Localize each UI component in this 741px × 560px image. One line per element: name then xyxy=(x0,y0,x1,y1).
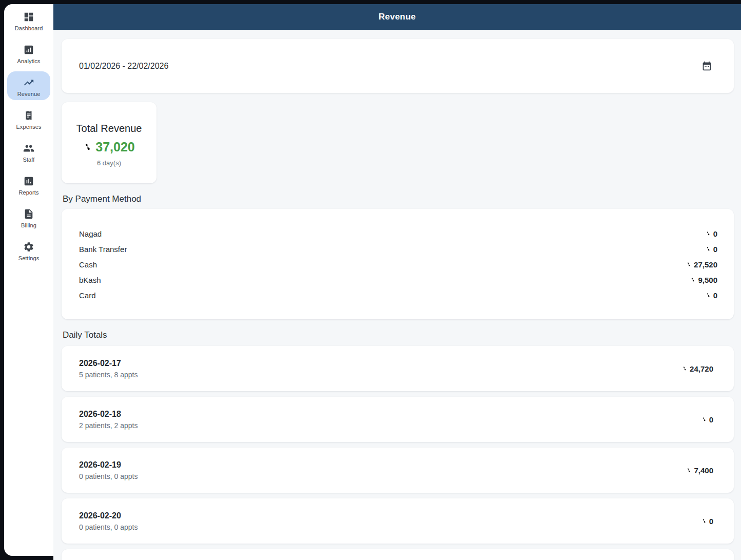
app-header: Revenue xyxy=(53,4,741,30)
daily-total-amount: 0 xyxy=(701,517,713,526)
payment-method-amount: 0 xyxy=(706,291,717,300)
daily-total-date: 2026-02-20 xyxy=(79,511,138,520)
daily-total-row: 2026-02-18 2 patients, 2 appts 0 xyxy=(62,397,734,442)
daily-total-meta: 2 patients, 2 appts xyxy=(79,421,138,430)
payment-method-row: Cash 27,520 xyxy=(79,257,717,272)
daily-total-info: 2026-02-20 0 patients, 0 appts xyxy=(79,511,138,531)
payment-methods-card: Nagad 0 Bank Transfer 0 Cash 27,520 bKas… xyxy=(62,209,734,319)
people-icon xyxy=(23,143,34,154)
sidebar-item-label: Settings xyxy=(18,255,40,261)
payment-method-value: 9,500 xyxy=(698,276,717,284)
daily-total-amount: 24,720 xyxy=(682,364,713,373)
daily-total-info: 2026-02-18 2 patients, 2 appts xyxy=(79,410,138,430)
payment-method-label: Cash xyxy=(79,260,97,269)
daily-total-row: 2026-02-20 0 patients, 0 appts 0 xyxy=(62,498,734,544)
daily-total-meta: 0 patients, 0 appts xyxy=(79,472,138,480)
payment-method-value: 0 xyxy=(713,245,717,254)
total-revenue-value: 37,020 xyxy=(95,140,134,155)
daily-total-value: 24,720 xyxy=(690,364,713,373)
trending-up-icon xyxy=(23,77,34,88)
total-revenue-period: 6 day(s) xyxy=(97,159,121,167)
daily-total-row: 2026-02-17 5 patients, 8 appts 24,720 xyxy=(62,346,734,391)
sidebar-item-reports[interactable]: Reports xyxy=(7,170,50,199)
payment-method-row: bKash 9,500 xyxy=(79,272,717,287)
taka-currency-icon xyxy=(706,230,711,237)
daily-total-date: 2026-02-19 xyxy=(79,460,138,470)
daily-total-value: 0 xyxy=(709,415,713,424)
taka-currency-icon xyxy=(701,517,707,525)
daily-total-row: 2026-02-19 0 patients, 0 appts 7,400 xyxy=(62,448,734,493)
content-scroll-area[interactable]: 01/02/2026 - 22/02/2026 Total Revenue 37… xyxy=(53,30,741,560)
daily-total-amount: 0 xyxy=(701,415,713,424)
total-revenue-amount: 37,020 xyxy=(83,140,134,155)
daily-total-row-partial xyxy=(62,549,734,560)
taka-currency-icon xyxy=(83,142,93,152)
sidebar-item-settings[interactable]: Settings xyxy=(7,236,50,264)
sidebar-item-billing[interactable]: Billing xyxy=(7,203,50,231)
payment-methods-heading: By Payment Method xyxy=(63,194,734,205)
payment-method-amount: 0 xyxy=(706,245,717,254)
payment-method-label: Nagad xyxy=(79,229,102,238)
sidebar: Dashboard Analytics Revenue Expenses Sta… xyxy=(4,4,53,556)
daily-total-date: 2026-02-17 xyxy=(79,359,138,368)
daily-total-date: 2026-02-18 xyxy=(79,410,138,419)
payment-method-amount: 9,500 xyxy=(690,276,717,284)
main-area: Revenue 01/02/2026 - 22/02/2026 Total Re… xyxy=(53,4,741,560)
daily-total-value: 0 xyxy=(709,517,713,526)
taka-currency-icon xyxy=(706,245,711,253)
sidebar-item-label: Staff xyxy=(23,157,35,163)
taka-currency-icon xyxy=(706,292,711,299)
total-revenue-card: Total Revenue 37,020 6 day(s) xyxy=(62,102,157,183)
payment-method-row: Nagad 0 xyxy=(79,226,717,241)
date-range-field[interactable]: 01/02/2026 - 22/02/2026 xyxy=(62,39,734,93)
analytics-icon xyxy=(23,44,34,55)
payment-method-label: Bank Transfer xyxy=(79,245,127,254)
taka-currency-icon xyxy=(686,467,692,474)
bar-chart-icon xyxy=(23,176,34,187)
sidebar-item-label: Billing xyxy=(21,222,36,228)
payment-method-value: 0 xyxy=(713,291,717,300)
daily-total-info: 2026-02-17 5 patients, 8 appts xyxy=(79,359,138,379)
payment-method-label: Card xyxy=(79,291,96,300)
payment-method-label: bKash xyxy=(79,276,101,284)
sidebar-item-label: Reports xyxy=(18,189,38,196)
daily-total-info: 2026-02-19 0 patients, 0 appts xyxy=(79,460,138,480)
sidebar-item-analytics[interactable]: Analytics xyxy=(7,38,50,67)
sidebar-item-dashboard[interactable]: Dashboard xyxy=(7,6,50,34)
dashboard-icon xyxy=(23,11,34,23)
page-title: Revenue xyxy=(379,12,416,22)
taka-currency-icon xyxy=(682,365,688,372)
daily-totals-heading: Daily Totals xyxy=(63,330,734,341)
daily-total-meta: 5 patients, 8 appts xyxy=(79,371,138,379)
sidebar-item-label: Revenue xyxy=(17,91,41,97)
payment-method-row: Bank Transfer 0 xyxy=(79,241,717,257)
taka-currency-icon xyxy=(686,261,692,268)
taka-currency-icon xyxy=(690,276,696,283)
sidebar-item-staff[interactable]: Staff xyxy=(7,137,50,166)
document-icon xyxy=(23,208,34,220)
sidebar-item-label: Dashboard xyxy=(15,25,43,31)
receipt-icon xyxy=(23,110,34,121)
sidebar-item-revenue[interactable]: Revenue xyxy=(7,71,50,100)
daily-total-meta: 0 patients, 0 appts xyxy=(79,523,138,531)
daily-total-value: 7,400 xyxy=(694,466,713,475)
payment-method-value: 0 xyxy=(713,229,717,238)
payment-method-value: 27,520 xyxy=(694,260,717,269)
total-revenue-label: Total Revenue xyxy=(76,123,142,134)
daily-total-amount: 7,400 xyxy=(686,466,713,475)
sidebar-item-expenses[interactable]: Expenses xyxy=(7,104,50,133)
payment-method-amount: 27,520 xyxy=(686,260,717,269)
sidebar-item-label: Expenses xyxy=(16,124,41,130)
sidebar-item-label: Analytics xyxy=(17,58,41,64)
gear-icon xyxy=(23,241,34,253)
date-range-value: 01/02/2026 - 22/02/2026 xyxy=(79,62,168,71)
taka-currency-icon xyxy=(701,416,707,423)
payment-method-amount: 0 xyxy=(706,229,717,238)
calendar-icon[interactable] xyxy=(701,61,712,71)
payment-method-row: Card 0 xyxy=(79,287,717,303)
